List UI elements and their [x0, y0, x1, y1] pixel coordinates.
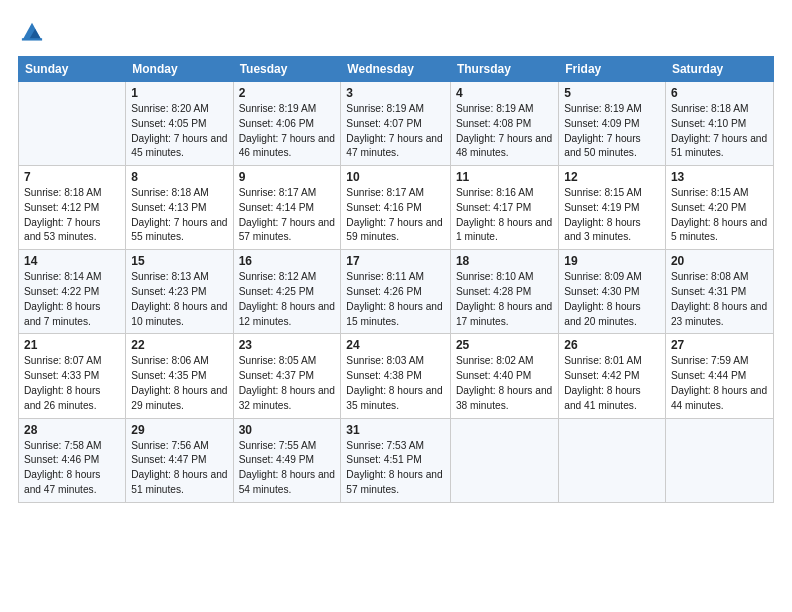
calendar-header: SundayMondayTuesdayWednesdayThursdayFrid… [19, 57, 774, 82]
day-cell: 25Sunrise: 8:02 AMSunset: 4:40 PMDayligh… [450, 334, 558, 418]
sunset-text: Sunset: 4:16 PM [346, 201, 445, 216]
day-detail: Sunrise: 8:09 AMSunset: 4:30 PMDaylight:… [564, 270, 660, 329]
day-detail: Sunrise: 8:08 AMSunset: 4:31 PMDaylight:… [671, 270, 768, 329]
day-detail: Sunrise: 8:16 AMSunset: 4:17 PMDaylight:… [456, 186, 553, 245]
day-cell: 15Sunrise: 8:13 AMSunset: 4:23 PMDayligh… [126, 250, 233, 334]
day-detail: Sunrise: 8:10 AMSunset: 4:28 PMDaylight:… [456, 270, 553, 329]
sunrise-text: Sunrise: 8:12 AM [239, 270, 336, 285]
sunset-text: Sunset: 4:25 PM [239, 285, 336, 300]
sunset-text: Sunset: 4:47 PM [131, 453, 227, 468]
day-number: 3 [346, 86, 445, 100]
day-number: 20 [671, 254, 768, 268]
sunrise-text: Sunrise: 7:59 AM [671, 354, 768, 369]
daylight-text: Daylight: 7 hours and 55 minutes. [131, 216, 227, 246]
day-number: 1 [131, 86, 227, 100]
day-cell: 13Sunrise: 8:15 AMSunset: 4:20 PMDayligh… [665, 166, 773, 250]
day-cell: 31Sunrise: 7:53 AMSunset: 4:51 PMDayligh… [341, 418, 451, 502]
sunrise-text: Sunrise: 8:05 AM [239, 354, 336, 369]
sunset-text: Sunset: 4:49 PM [239, 453, 336, 468]
daylight-text: Daylight: 8 hours and 47 minutes. [24, 468, 120, 498]
sunset-text: Sunset: 4:06 PM [239, 117, 336, 132]
sunset-text: Sunset: 4:28 PM [456, 285, 553, 300]
day-number: 29 [131, 423, 227, 437]
day-number: 18 [456, 254, 553, 268]
daylight-text: Daylight: 8 hours and 3 minutes. [564, 216, 660, 246]
header-cell-tuesday: Tuesday [233, 57, 341, 82]
daylight-text: Daylight: 7 hours and 57 minutes. [239, 216, 336, 246]
day-number: 27 [671, 338, 768, 352]
sunrise-text: Sunrise: 8:20 AM [131, 102, 227, 117]
day-detail: Sunrise: 7:53 AMSunset: 4:51 PMDaylight:… [346, 439, 445, 498]
day-cell: 26Sunrise: 8:01 AMSunset: 4:42 PMDayligh… [559, 334, 666, 418]
sunset-text: Sunset: 4:35 PM [131, 369, 227, 384]
day-number: 17 [346, 254, 445, 268]
day-cell: 16Sunrise: 8:12 AMSunset: 4:25 PMDayligh… [233, 250, 341, 334]
day-number: 13 [671, 170, 768, 184]
day-cell: 5Sunrise: 8:19 AMSunset: 4:09 PMDaylight… [559, 82, 666, 166]
sunset-text: Sunset: 4:13 PM [131, 201, 227, 216]
daylight-text: Daylight: 8 hours and 51 minutes. [131, 468, 227, 498]
sunrise-text: Sunrise: 8:19 AM [239, 102, 336, 117]
sunrise-text: Sunrise: 7:55 AM [239, 439, 336, 454]
sunset-text: Sunset: 4:42 PM [564, 369, 660, 384]
sunset-text: Sunset: 4:12 PM [24, 201, 120, 216]
day-cell: 20Sunrise: 8:08 AMSunset: 4:31 PMDayligh… [665, 250, 773, 334]
header-cell-sunday: Sunday [19, 57, 126, 82]
day-detail: Sunrise: 8:19 AMSunset: 4:09 PMDaylight:… [564, 102, 660, 161]
logo [18, 18, 51, 46]
sunrise-text: Sunrise: 8:13 AM [131, 270, 227, 285]
sunrise-text: Sunrise: 8:07 AM [24, 354, 120, 369]
day-detail: Sunrise: 8:19 AMSunset: 4:07 PMDaylight:… [346, 102, 445, 161]
day-detail: Sunrise: 8:18 AMSunset: 4:13 PMDaylight:… [131, 186, 227, 245]
day-detail: Sunrise: 8:01 AMSunset: 4:42 PMDaylight:… [564, 354, 660, 413]
sunrise-text: Sunrise: 8:15 AM [671, 186, 768, 201]
sunset-text: Sunset: 4:05 PM [131, 117, 227, 132]
sunrise-text: Sunrise: 8:14 AM [24, 270, 120, 285]
day-number: 23 [239, 338, 336, 352]
day-cell: 12Sunrise: 8:15 AMSunset: 4:19 PMDayligh… [559, 166, 666, 250]
day-number: 30 [239, 423, 336, 437]
daylight-text: Daylight: 7 hours and 53 minutes. [24, 216, 120, 246]
sunrise-text: Sunrise: 8:15 AM [564, 186, 660, 201]
sunrise-text: Sunrise: 8:17 AM [346, 186, 445, 201]
sunset-text: Sunset: 4:30 PM [564, 285, 660, 300]
day-detail: Sunrise: 8:12 AMSunset: 4:25 PMDaylight:… [239, 270, 336, 329]
week-row-2: 7Sunrise: 8:18 AMSunset: 4:12 PMDaylight… [19, 166, 774, 250]
day-number: 2 [239, 86, 336, 100]
sunset-text: Sunset: 4:07 PM [346, 117, 445, 132]
sunset-text: Sunset: 4:44 PM [671, 369, 768, 384]
day-number: 8 [131, 170, 227, 184]
day-number: 25 [456, 338, 553, 352]
calendar-body: 1Sunrise: 8:20 AMSunset: 4:05 PMDaylight… [19, 82, 774, 503]
page: SundayMondayTuesdayWednesdayThursdayFrid… [0, 0, 792, 612]
daylight-text: Daylight: 7 hours and 59 minutes. [346, 216, 445, 246]
day-detail: Sunrise: 8:19 AMSunset: 4:08 PMDaylight:… [456, 102, 553, 161]
header-row: SundayMondayTuesdayWednesdayThursdayFrid… [19, 57, 774, 82]
day-number: 14 [24, 254, 120, 268]
daylight-text: Daylight: 7 hours and 51 minutes. [671, 132, 768, 162]
day-detail: Sunrise: 7:55 AMSunset: 4:49 PMDaylight:… [239, 439, 336, 498]
day-detail: Sunrise: 8:02 AMSunset: 4:40 PMDaylight:… [456, 354, 553, 413]
day-number: 7 [24, 170, 120, 184]
day-cell: 19Sunrise: 8:09 AMSunset: 4:30 PMDayligh… [559, 250, 666, 334]
sunset-text: Sunset: 4:20 PM [671, 201, 768, 216]
sunrise-text: Sunrise: 8:19 AM [564, 102, 660, 117]
sunrise-text: Sunrise: 8:18 AM [24, 186, 120, 201]
day-detail: Sunrise: 8:19 AMSunset: 4:06 PMDaylight:… [239, 102, 336, 161]
day-number: 4 [456, 86, 553, 100]
day-number: 31 [346, 423, 445, 437]
sunset-text: Sunset: 4:40 PM [456, 369, 553, 384]
daylight-text: Daylight: 8 hours and 12 minutes. [239, 300, 336, 330]
day-detail: Sunrise: 8:03 AMSunset: 4:38 PMDaylight:… [346, 354, 445, 413]
day-number: 12 [564, 170, 660, 184]
sunrise-text: Sunrise: 8:06 AM [131, 354, 227, 369]
header-cell-wednesday: Wednesday [341, 57, 451, 82]
sunrise-text: Sunrise: 8:01 AM [564, 354, 660, 369]
day-detail: Sunrise: 8:11 AMSunset: 4:26 PMDaylight:… [346, 270, 445, 329]
sunset-text: Sunset: 4:38 PM [346, 369, 445, 384]
day-number: 6 [671, 86, 768, 100]
daylight-text: Daylight: 8 hours and 41 minutes. [564, 384, 660, 414]
day-detail: Sunrise: 8:07 AMSunset: 4:33 PMDaylight:… [24, 354, 120, 413]
day-detail: Sunrise: 8:14 AMSunset: 4:22 PMDaylight:… [24, 270, 120, 329]
day-number: 21 [24, 338, 120, 352]
